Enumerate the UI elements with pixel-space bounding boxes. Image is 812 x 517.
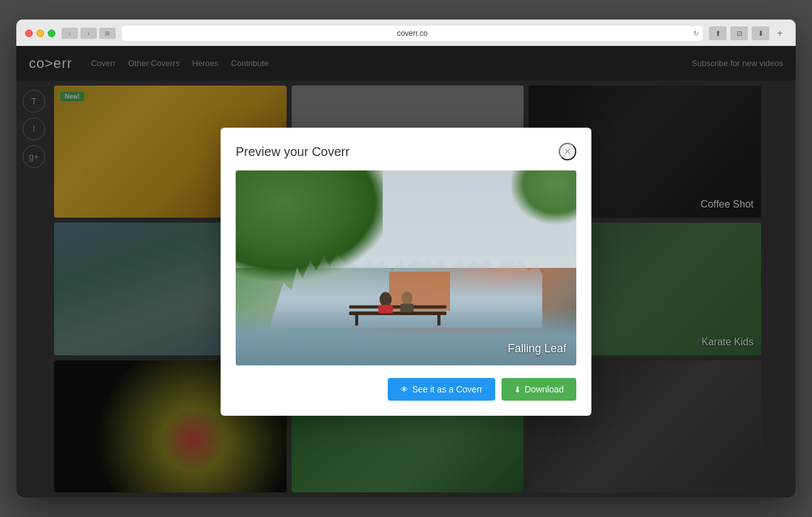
maximize-traffic-light[interactable] — [48, 30, 55, 37]
close-icon: × — [564, 145, 571, 158]
video-label: Falling Leaf — [508, 342, 566, 355]
download-browser-button[interactable]: ⬇ — [752, 26, 769, 40]
see-coverr-label: See it as a Coverr — [412, 384, 483, 394]
traffic-lights — [25, 30, 55, 37]
download-label: Download — [525, 384, 564, 394]
download-button[interactable]: ⬇ Download — [502, 378, 576, 401]
see-coverr-button[interactable]: 👁 See it as a Coverr — [388, 378, 495, 401]
download-icon: ⬇ — [514, 385, 521, 394]
svg-rect-2 — [355, 314, 358, 325]
modal-title: Preview your Coverr — [236, 145, 349, 159]
modal-overlay[interactable]: Preview your Coverr × — [16, 46, 796, 498]
modal-header: Preview your Coverr × — [236, 143, 576, 160]
svg-point-6 — [401, 291, 412, 304]
url-display: coverr.co — [397, 29, 428, 38]
svg-point-4 — [379, 292, 391, 306]
svg-rect-5 — [378, 304, 392, 313]
people-svg — [321, 278, 475, 327]
svg-rect-1 — [349, 305, 446, 308]
toolbar-right: ⬆ ⊡ ⬇ + — [709, 26, 787, 40]
modal-dialog: Preview your Coverr × — [221, 128, 591, 416]
tab-view-button[interactable]: ⊡ — [730, 26, 748, 40]
address-bar-container: coverr.co ↻ — [122, 26, 703, 41]
reload-icon[interactable]: ↻ — [693, 30, 699, 38]
eye-icon: 👁 — [400, 385, 409, 394]
share-button[interactable]: ⬆ — [709, 26, 727, 40]
modal-close-button[interactable]: × — [559, 143, 576, 160]
modal-video-preview: Falling Leaf — [236, 170, 576, 365]
address-bar[interactable]: coverr.co ↻ — [122, 26, 703, 41]
browser-window: ‹ › ⊞ coverr.co ↻ ⬆ ⊡ ⬇ + co>err — [16, 19, 796, 498]
svg-rect-7 — [400, 303, 413, 312]
forward-button[interactable]: › — [80, 28, 97, 39]
back-button[interactable]: ‹ — [62, 28, 78, 39]
modal-footer: 👁 See it as a Coverr ⬇ Download — [236, 378, 576, 401]
minimize-traffic-light[interactable] — [36, 30, 44, 37]
close-traffic-light[interactable] — [25, 30, 33, 37]
nav-buttons: ‹ › ⊞ — [62, 28, 116, 39]
browser-chrome: ‹ › ⊞ coverr.co ↻ ⬆ ⊡ ⬇ + — [16, 19, 796, 46]
video-foliage-right — [512, 170, 576, 239]
reader-button[interactable]: ⊞ — [99, 28, 116, 39]
browser-content: co>err Coverr Other Coverrs Heroes Contr… — [16, 46, 796, 498]
svg-rect-3 — [437, 314, 440, 325]
video-people — [321, 278, 475, 327]
svg-rect-0 — [349, 311, 446, 315]
add-tab-button[interactable]: + — [773, 26, 787, 40]
